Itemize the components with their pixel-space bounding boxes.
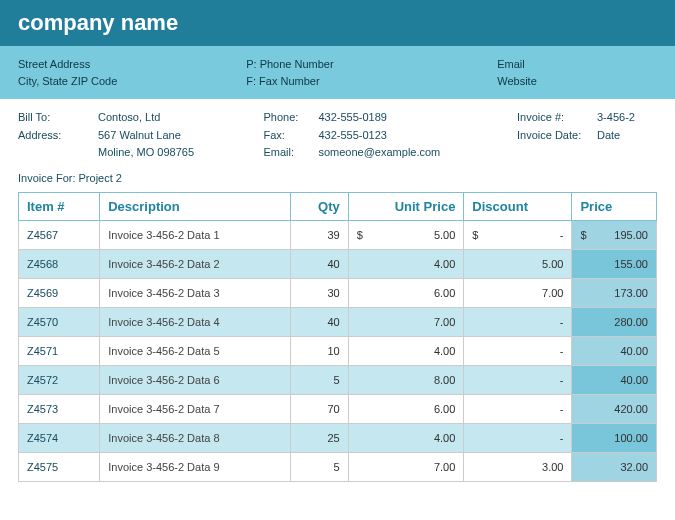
- header-bar: company name: [0, 0, 675, 46]
- table-header-row: Item # Description Qty Unit Price Discou…: [19, 192, 657, 220]
- bill-fax: 432-555-0123: [318, 127, 517, 145]
- cell-desc: Invoice 3-456-2 Data 7: [100, 394, 291, 423]
- bill-addr2: Moline, MO 098765: [98, 144, 263, 162]
- cell-unit: 6.00: [348, 278, 464, 307]
- bill-invdate: Date: [597, 127, 657, 145]
- cell-unit: 6.00: [348, 394, 464, 423]
- cell-price: 280.00: [572, 307, 657, 336]
- cell-item: Z4575: [19, 452, 100, 481]
- cell-desc: Invoice 3-456-2 Data 1: [100, 220, 291, 249]
- cell-item: Z4571: [19, 336, 100, 365]
- bill-phone: 432-555-0189: [318, 109, 517, 127]
- cell-item: Z4568: [19, 249, 100, 278]
- bill-invdate-label: Invoice Date:: [517, 127, 597, 145]
- cell-item: Z4572: [19, 365, 100, 394]
- table-row: Z4569Invoice 3-456-2 Data 3306.007.00173…: [19, 278, 657, 307]
- cell-qty: 70: [291, 394, 349, 423]
- contact-web-col: Email Website: [497, 56, 657, 89]
- bill-invnum: 3-456-2: [597, 109, 657, 127]
- table-row: Z4570Invoice 3-456-2 Data 4407.00-280.00: [19, 307, 657, 336]
- cell-item: Z4574: [19, 423, 100, 452]
- cell-qty: 5: [291, 452, 349, 481]
- cell-desc: Invoice 3-456-2 Data 3: [100, 278, 291, 307]
- bill-to: Contoso, Ltd: [98, 109, 263, 127]
- cell-price: 100.00: [572, 423, 657, 452]
- cell-unit: 8.00: [348, 365, 464, 394]
- cell-desc: Invoice 3-456-2 Data 4: [100, 307, 291, 336]
- col-unit: Unit Price: [348, 192, 464, 220]
- bill-contact-values: 432-555-0189 432-555-0123 someone@exampl…: [318, 109, 517, 162]
- cell-item: Z4569: [19, 278, 100, 307]
- cell-desc: Invoice 3-456-2 Data 9: [100, 452, 291, 481]
- cell-disc: 3.00: [464, 452, 572, 481]
- cell-desc: Invoice 3-456-2 Data 5: [100, 336, 291, 365]
- bill-labels: Bill To: Address:: [18, 109, 98, 162]
- cell-disc: -: [464, 336, 572, 365]
- contact-band: Street Address City, State ZIP Code P: P…: [0, 46, 675, 99]
- cell-item: Z4570: [19, 307, 100, 336]
- cell-price: 420.00: [572, 394, 657, 423]
- contact-address-col: Street Address City, State ZIP Code: [18, 56, 246, 89]
- bill-address: Contoso, Ltd 567 Walnut Lane Moline, MO …: [98, 109, 263, 162]
- contact-website: Website: [497, 73, 657, 90]
- cell-disc: -: [464, 423, 572, 452]
- col-item: Item #: [19, 192, 100, 220]
- bill-invnum-label: Invoice #:: [517, 109, 597, 127]
- cell-disc: $-: [464, 220, 572, 249]
- cell-qty: 10: [291, 336, 349, 365]
- cell-item: Z4567: [19, 220, 100, 249]
- contact-street: Street Address: [18, 56, 246, 73]
- col-price: Price: [572, 192, 657, 220]
- cell-disc: 5.00: [464, 249, 572, 278]
- col-disc: Discount: [464, 192, 572, 220]
- bill-meta-values: 3-456-2 Date: [597, 109, 657, 162]
- cell-qty: 5: [291, 365, 349, 394]
- cell-unit: $5.00: [348, 220, 464, 249]
- cell-qty: 40: [291, 249, 349, 278]
- cell-item: Z4573: [19, 394, 100, 423]
- cell-qty: 25: [291, 423, 349, 452]
- bill-email-label: Email:: [263, 144, 318, 162]
- bill-phone-label: Phone:: [263, 109, 318, 127]
- bill-fax-label: Fax:: [263, 127, 318, 145]
- cell-disc: -: [464, 394, 572, 423]
- invoice-for: Invoice For: Project 2: [0, 168, 675, 192]
- cell-unit: 7.00: [348, 307, 464, 336]
- bill-to-label: Bill To:: [18, 109, 98, 127]
- bill-email: someone@example.com: [318, 144, 517, 162]
- cell-price: 32.00: [572, 452, 657, 481]
- cell-unit: 4.00: [348, 249, 464, 278]
- cell-qty: 30: [291, 278, 349, 307]
- table-row: Z4568Invoice 3-456-2 Data 2404.005.00155…: [19, 249, 657, 278]
- table-row: Z4573Invoice 3-456-2 Data 7706.00-420.00: [19, 394, 657, 423]
- contact-email: Email: [497, 56, 657, 73]
- invoice-table: Item # Description Qty Unit Price Discou…: [18, 192, 657, 482]
- contact-phone: P: Phone Number: [246, 56, 497, 73]
- company-name: company name: [18, 10, 657, 36]
- bill-addr1: 567 Walnut Lane: [98, 127, 263, 145]
- cell-unit: 4.00: [348, 423, 464, 452]
- contact-city: City, State ZIP Code: [18, 73, 246, 90]
- col-qty: Qty: [291, 192, 349, 220]
- cell-price: 40.00: [572, 365, 657, 394]
- cell-desc: Invoice 3-456-2 Data 2: [100, 249, 291, 278]
- col-desc: Description: [100, 192, 291, 220]
- cell-unit: 7.00: [348, 452, 464, 481]
- table-row: Z4571Invoice 3-456-2 Data 5104.00-40.00: [19, 336, 657, 365]
- cell-desc: Invoice 3-456-2 Data 6: [100, 365, 291, 394]
- cell-disc: -: [464, 307, 572, 336]
- bill-addr-label: Address:: [18, 127, 98, 145]
- bill-meta-labels: Invoice #: Invoice Date:: [517, 109, 597, 162]
- bill-section: Bill To: Address: Contoso, Ltd 567 Walnu…: [0, 99, 675, 168]
- table-row: Z4574Invoice 3-456-2 Data 8254.00-100.00: [19, 423, 657, 452]
- cell-qty: 39: [291, 220, 349, 249]
- table-row: Z4567Invoice 3-456-2 Data 139$5.00$-$195…: [19, 220, 657, 249]
- cell-price: 173.00: [572, 278, 657, 307]
- cell-price: 155.00: [572, 249, 657, 278]
- bill-contact-labels: Phone: Fax: Email:: [263, 109, 318, 162]
- cell-desc: Invoice 3-456-2 Data 8: [100, 423, 291, 452]
- table-row: Z4575Invoice 3-456-2 Data 957.003.0032.0…: [19, 452, 657, 481]
- cell-price: 40.00: [572, 336, 657, 365]
- contact-phone-col: P: Phone Number F: Fax Number: [246, 56, 497, 89]
- cell-unit: 4.00: [348, 336, 464, 365]
